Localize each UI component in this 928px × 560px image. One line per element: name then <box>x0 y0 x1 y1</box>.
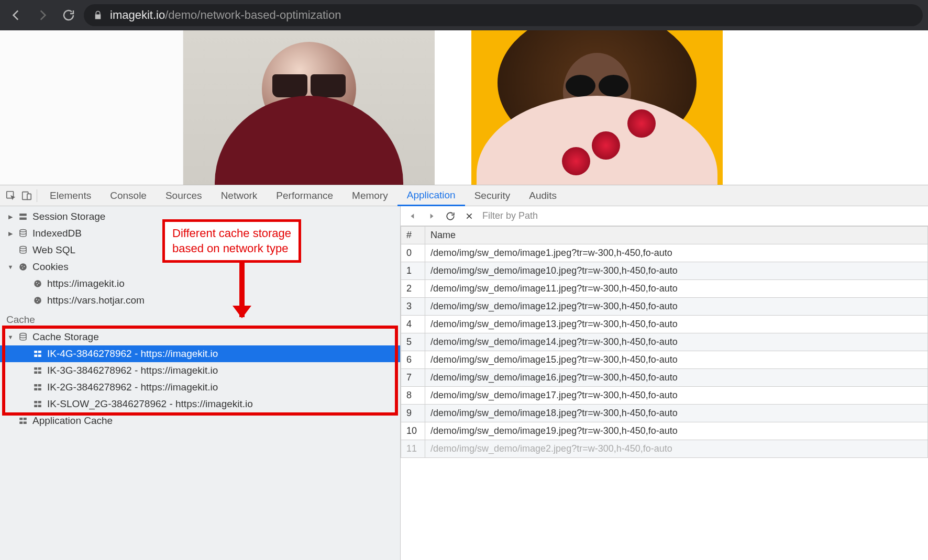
cell-name: /demo/img/sw_demo/image1.jpeg?tr=w-300,h… <box>425 244 928 262</box>
tab-application[interactable]: Application <box>397 186 465 206</box>
svg-rect-3 <box>19 214 27 216</box>
next-icon[interactable] <box>425 212 438 220</box>
url-text: imagekit.io/demo/network-based-optimizat… <box>110 8 341 22</box>
svg-rect-20 <box>34 351 37 353</box>
cache-detail-panel: # Name 0/demo/img/sw_demo/image1.jpeg?tr… <box>401 206 928 560</box>
sidebar-item-label: https://vars.hotjar.com <box>47 295 145 306</box>
svg-point-14 <box>37 284 38 285</box>
svg-point-11 <box>34 280 41 287</box>
chevron-down-icon: ▼ <box>7 334 14 340</box>
table-row[interactable]: 1/demo/img/sw_demo/image10.jpeg?tr=w-300… <box>401 262 928 280</box>
close-icon[interactable] <box>462 212 476 220</box>
back-button[interactable] <box>5 4 27 26</box>
table-row[interactable]: 3/demo/img/sw_demo/image12.jpeg?tr=w-300… <box>401 298 928 316</box>
sidebar-cache-entry[interactable]: IK-4G-3846278962 - https://imagekit.io <box>0 345 400 362</box>
cell-name: /demo/img/sw_demo/image18.jpeg?tr=w-300,… <box>425 405 928 422</box>
chevron-right-icon: ▶ <box>7 214 14 220</box>
inspect-element-icon[interactable] <box>3 188 19 204</box>
sidebar-item-cache-storage[interactable]: ▼ Cache Storage <box>0 329 400 345</box>
cell-index: 10 <box>401 422 425 440</box>
sidebar-cache-entry[interactable]: IK-SLOW_2G-3846278962 - https://imagekit… <box>0 396 400 412</box>
refresh-icon[interactable] <box>444 211 457 221</box>
tab-console[interactable]: Console <box>101 185 156 206</box>
svg-point-13 <box>38 283 39 284</box>
annotation-text: based on network type <box>172 241 291 256</box>
sidebar-item-label: IK-SLOW_2G-3846278962 - https://imagekit… <box>47 398 253 410</box>
reload-button[interactable] <box>58 4 80 26</box>
cell-name: /demo/img/sw_demo/image12.jpeg?tr=w-300,… <box>425 298 928 316</box>
chevron-right-icon: ▶ <box>7 230 14 237</box>
cell-name: /demo/img/sw_demo/image19.jpeg?tr=w-300,… <box>425 422 928 440</box>
svg-point-15 <box>34 297 41 304</box>
table-row[interactable]: 8/demo/img/sw_demo/image17.jpeg?tr=w-300… <box>401 387 928 405</box>
cell-index: 5 <box>401 333 425 351</box>
table-icon <box>32 349 43 359</box>
svg-rect-32 <box>34 401 37 404</box>
chevron-down-icon: ▼ <box>7 264 14 270</box>
cookie-icon <box>32 296 43 305</box>
application-sidebar: ▶ Session Storage ▶ IndexedDB Web SQL <box>0 206 401 560</box>
svg-rect-24 <box>34 367 37 370</box>
cell-name: /demo/img/sw_demo/image11.jpeg?tr=w-300,… <box>425 280 928 298</box>
cell-name: /demo/img/sw_demo/image2.jpeg?tr=w-300,h… <box>425 440 928 458</box>
device-toolbar-icon[interactable] <box>19 188 35 204</box>
cell-index: 1 <box>401 262 425 280</box>
svg-rect-34 <box>34 405 37 408</box>
svg-rect-28 <box>34 384 37 387</box>
svg-point-12 <box>36 282 37 283</box>
tab-elements[interactable]: Elements <box>40 185 101 206</box>
table-icon <box>32 399 43 409</box>
table-row[interactable]: 4/demo/img/sw_demo/image13.jpeg?tr=w-300… <box>401 316 928 333</box>
sidebar-cookie-origin[interactable]: https://imagekit.io <box>0 275 400 292</box>
table-row[interactable]: 0/demo/img/sw_demo/image1.jpeg?tr=w-300,… <box>401 244 928 262</box>
cell-name: /demo/img/sw_demo/image16.jpeg?tr=w-300,… <box>425 369 928 387</box>
table-row[interactable]: 6/demo/img/sw_demo/image15.jpeg?tr=w-300… <box>401 351 928 369</box>
filter-input[interactable] <box>481 210 923 222</box>
forward-button[interactable] <box>31 4 53 26</box>
svg-point-18 <box>37 301 38 302</box>
tab-network[interactable]: Network <box>212 185 267 206</box>
tab-memory[interactable]: Memory <box>343 185 397 206</box>
url-host: imagekit.io <box>110 8 165 21</box>
svg-point-5 <box>20 230 26 232</box>
cell-name: /demo/img/sw_demo/image15.jpeg?tr=w-300,… <box>425 351 928 369</box>
sidebar-item-label: Application Cache <box>32 415 113 427</box>
tab-audits[interactable]: Audits <box>520 185 566 206</box>
address-bar[interactable]: imagekit.io/demo/network-based-optimizat… <box>84 4 923 26</box>
table-row[interactable]: 10/demo/img/sw_demo/image19.jpeg?tr=w-30… <box>401 422 928 440</box>
sidebar-cache-entry[interactable]: IK-2G-3846278962 - https://imagekit.io <box>0 379 400 396</box>
browser-toolbar: imagekit.io/demo/network-based-optimizat… <box>0 0 928 30</box>
sidebar-cache-entry[interactable]: IK-3G-3846278962 - https://imagekit.io <box>0 362 400 379</box>
svg-rect-29 <box>38 384 41 387</box>
table-row[interactable]: 7/demo/img/sw_demo/image16.jpeg?tr=w-300… <box>401 369 928 387</box>
col-name[interactable]: Name <box>425 227 928 244</box>
svg-point-9 <box>24 266 25 267</box>
prev-icon[interactable] <box>406 212 419 220</box>
cell-index: 11 <box>401 440 425 458</box>
svg-rect-31 <box>38 388 41 391</box>
sidebar-item-label: Cache Storage <box>32 331 99 343</box>
sidebar-item-label: IK-2G-3846278962 - https://imagekit.io <box>47 382 218 393</box>
svg-rect-35 <box>38 405 41 408</box>
devtools-tabstrip: Elements Console Sources Network Perform… <box>0 185 928 206</box>
cell-index: 7 <box>401 369 425 387</box>
annotation-callout: Different cache storage based on network… <box>162 219 301 263</box>
sidebar-item-label: Session Storage <box>32 211 105 222</box>
table-row[interactable]: 11/demo/img/sw_demo/image2.jpeg?tr=w-300… <box>401 440 928 458</box>
tab-performance[interactable]: Performance <box>267 185 343 206</box>
table-row[interactable]: 2/demo/img/sw_demo/image11.jpeg?tr=w-300… <box>401 280 928 298</box>
sidebar-cookie-origin[interactable]: https://vars.hotjar.com <box>0 292 400 309</box>
page-left-gutter <box>0 30 183 185</box>
tab-sources[interactable]: Sources <box>156 185 212 206</box>
sidebar-item-label: IndexedDB <box>32 228 82 239</box>
svg-rect-38 <box>19 422 23 424</box>
sidebar-item-application-cache[interactable]: Application Cache <box>0 412 400 429</box>
database-icon <box>18 229 28 238</box>
svg-rect-23 <box>38 355 41 357</box>
svg-rect-36 <box>19 418 23 420</box>
table-row[interactable]: 5/demo/img/sw_demo/image14.jpeg?tr=w-300… <box>401 333 928 351</box>
table-row[interactable]: 9/demo/img/sw_demo/image18.jpeg?tr=w-300… <box>401 405 928 422</box>
col-index[interactable]: # <box>401 227 425 244</box>
sidebar-item-label: Web SQL <box>32 244 75 256</box>
tab-security[interactable]: Security <box>465 185 520 206</box>
